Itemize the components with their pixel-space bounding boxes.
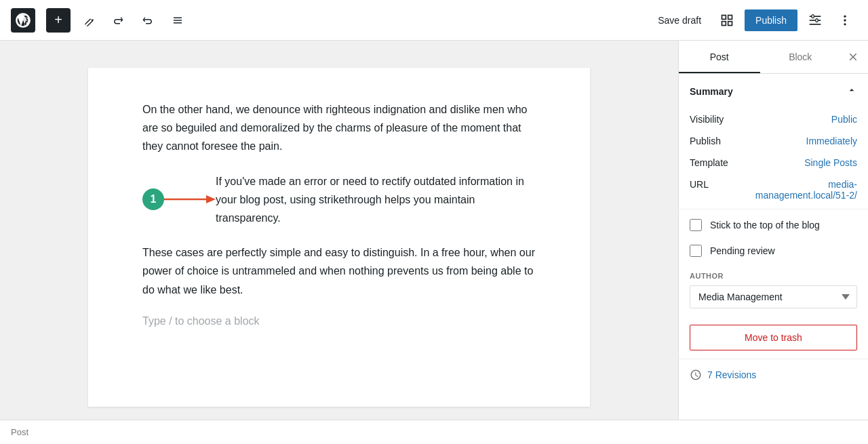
add-block-button[interactable]: + xyxy=(46,8,71,33)
svg-point-9 xyxy=(844,15,846,17)
annotation-row: 1 If you've made an error or need to rec… xyxy=(142,172,536,228)
revisions-row[interactable]: 7 Revisions xyxy=(679,359,868,390)
document-overview-icon xyxy=(172,14,184,26)
publish-label: Publish xyxy=(690,136,721,146)
options-button[interactable] xyxy=(833,8,857,33)
summary-chevron-icon xyxy=(846,85,857,98)
svg-rect-4 xyxy=(810,16,821,17)
editor-content: On the other hand, we denounce with righ… xyxy=(88,68,590,407)
svg-rect-3 xyxy=(728,21,732,25)
block-placeholder[interactable]: Type / to choose a block xyxy=(142,315,536,327)
stick-to-top-label: Stick to the top of the blog xyxy=(710,220,820,230)
author-section: AUTHOR Media Management xyxy=(679,264,868,317)
visibility-value[interactable]: Public xyxy=(831,114,857,125)
status-label: Post xyxy=(11,427,28,437)
move-to-trash-button[interactable]: Move to trash xyxy=(690,325,857,350)
close-icon xyxy=(847,51,859,63)
publish-value[interactable]: Immediately xyxy=(806,136,857,146)
undo-icon xyxy=(112,14,124,26)
author-section-label: AUTHOR xyxy=(690,272,857,280)
divider-1 xyxy=(679,209,868,209)
arrow-icon xyxy=(161,195,216,204)
svg-rect-7 xyxy=(812,14,814,18)
revisions-label: 7 Revisions xyxy=(707,369,756,380)
view-button[interactable] xyxy=(715,8,739,33)
paragraph-1[interactable]: On the other hand, we denounce with righ… xyxy=(142,100,536,156)
pending-review-checkbox[interactable] xyxy=(690,245,702,257)
status-bar: Post xyxy=(0,420,868,444)
main-layout: On the other hand, we denounce with righ… xyxy=(0,41,868,420)
template-label: Template xyxy=(690,157,728,168)
summary-publish-row: Publish Immediately xyxy=(679,130,868,152)
visibility-label: Visibility xyxy=(690,114,724,125)
stick-to-top-checkbox[interactable] xyxy=(690,219,702,231)
svg-rect-6 xyxy=(810,24,821,25)
url-value[interactable]: media-management.local/51-2/ xyxy=(749,179,857,201)
author-select[interactable]: Media Management xyxy=(690,285,857,308)
sidebar: Post Block Summary Visibility Public Pub… xyxy=(678,41,868,420)
annotation-arrow xyxy=(161,195,216,204)
undo-button[interactable] xyxy=(106,8,130,33)
svg-marker-13 xyxy=(206,195,216,203)
svg-rect-5 xyxy=(810,20,821,21)
pending-review-label: Pending review xyxy=(710,245,775,256)
editor-area: On the other hand, we denounce with righ… xyxy=(0,41,678,420)
settings-icon xyxy=(808,14,822,27)
tools-button[interactable] xyxy=(76,8,100,33)
publish-button[interactable]: Publish xyxy=(745,9,797,31)
view-icon xyxy=(720,14,734,27)
svg-rect-0 xyxy=(722,15,726,19)
pending-review-row: Pending review xyxy=(679,238,868,264)
summary-label: Summary xyxy=(690,86,733,97)
close-sidebar-button[interactable] xyxy=(841,45,865,69)
summary-visibility-row: Visibility Public xyxy=(679,108,868,130)
tab-block[interactable]: Block xyxy=(760,41,842,73)
wp-logo xyxy=(11,8,35,33)
save-draft-button[interactable]: Save draft xyxy=(650,11,709,30)
svg-point-10 xyxy=(844,19,846,21)
template-value[interactable]: Single Posts xyxy=(804,157,857,168)
summary-url-row: URL media-management.local/51-2/ xyxy=(679,174,868,206)
svg-rect-1 xyxy=(728,15,732,19)
annotation-text[interactable]: If you've made an error or need to recti… xyxy=(216,172,536,228)
settings-button[interactable] xyxy=(803,8,827,33)
annotation-bubble: 1 xyxy=(142,188,164,210)
paragraph-3[interactable]: These cases are perfectly simple and eas… xyxy=(142,243,536,299)
sidebar-tabs: Post Block xyxy=(679,41,868,74)
tab-post[interactable]: Post xyxy=(679,41,760,73)
tools-icon xyxy=(82,14,94,26)
document-overview-button[interactable] xyxy=(165,8,190,33)
redo-button[interactable] xyxy=(136,8,160,33)
options-icon xyxy=(838,14,852,27)
svg-point-11 xyxy=(844,23,846,25)
toolbar: + Save draft Publish xyxy=(0,0,868,41)
svg-rect-8 xyxy=(816,18,818,22)
url-label: URL xyxy=(690,179,709,190)
summary-template-row: Template Single Posts xyxy=(679,152,868,174)
svg-rect-2 xyxy=(722,21,726,25)
stick-to-top-row: Stick to the top of the blog xyxy=(679,212,868,238)
redo-icon xyxy=(142,14,154,26)
wp-logo-icon xyxy=(15,12,31,28)
revisions-icon xyxy=(690,369,702,381)
summary-section-header[interactable]: Summary xyxy=(679,74,868,108)
